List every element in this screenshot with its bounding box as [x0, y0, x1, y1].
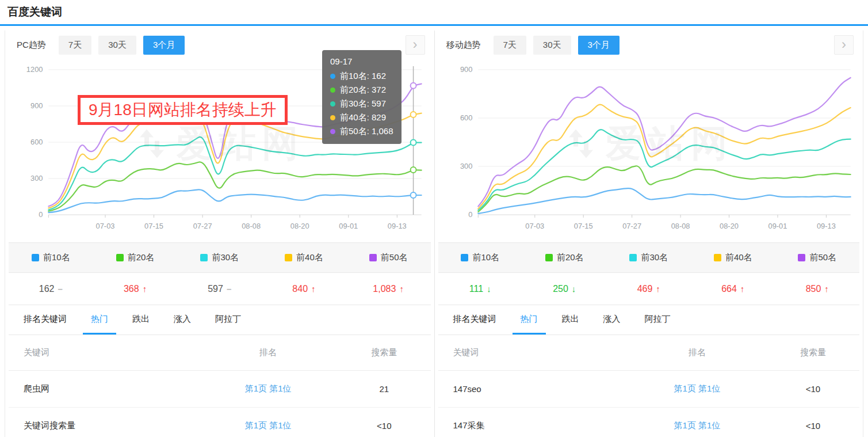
- legend-swatch-icon: [32, 254, 39, 261]
- legend-item-top50[interactable]: 前50名: [775, 252, 860, 263]
- tab-dropped[interactable]: 跌出: [124, 305, 158, 335]
- rank-link[interactable]: 第1页 第1位: [674, 420, 721, 430]
- mobile-next-button[interactable]: ›: [834, 35, 854, 55]
- x-tick-label: 08-20: [720, 222, 739, 230]
- pc-range-tab-30days[interactable]: 30天: [98, 36, 136, 55]
- legend-item-top10[interactable]: 前10名: [9, 252, 93, 263]
- legend-swatch-icon: [369, 254, 377, 261]
- y-tick-label: 300: [30, 174, 43, 183]
- y-tick-label: 0: [39, 210, 43, 219]
- tab-hot[interactable]: 热门: [83, 305, 116, 335]
- x-tick-label: 08-08: [242, 222, 261, 230]
- series-line: [478, 78, 850, 206]
- tab-ranking-keywords[interactable]: 排名关键词: [445, 305, 504, 335]
- tooltip-text: 前20名: 372: [340, 83, 386, 97]
- trend-arrow-icon: ↑: [399, 284, 404, 294]
- trend-arrow-icon: –: [227, 284, 231, 294]
- keyword-cell: 147seo: [438, 384, 628, 394]
- tab-risen[interactable]: 涨入: [595, 305, 629, 335]
- pc-trend-title: PC趋势: [17, 40, 46, 51]
- legend-item-top30[interactable]: 前30名: [607, 252, 691, 263]
- x-tick-label: 08-08: [671, 222, 690, 230]
- series-dot-icon: [330, 115, 335, 120]
- trend-arrow-icon: ↑: [740, 284, 745, 294]
- legend-item-top50[interactable]: 前50名: [346, 252, 431, 263]
- pc-next-button[interactable]: ›: [406, 35, 425, 55]
- legend-swatch-icon: [285, 254, 292, 261]
- legend-swatch-icon: [545, 254, 553, 261]
- legend-item-top40[interactable]: 前40名: [691, 252, 775, 263]
- hover-marker: [411, 112, 416, 117]
- x-tick-label: 08-20: [290, 222, 309, 230]
- volume-cell: <10: [338, 421, 430, 431]
- value-top20: 368↑: [93, 284, 178, 294]
- tab-hot[interactable]: 热门: [513, 305, 546, 335]
- legend-item-top40[interactable]: 前40名: [262, 252, 346, 263]
- chart-tooltip: 09-17 前10名: 162 前20名: 372 前30名: 597 前40名…: [322, 50, 402, 144]
- y-tick-label: 600: [460, 113, 472, 122]
- mobile-range-tab-7days[interactable]: 7天: [494, 36, 526, 55]
- tooltip-row: 前30名: 597: [330, 97, 393, 111]
- legend-label: 前30名: [641, 252, 668, 263]
- mobile-legend: 前10名 前20名 前30名 前40名 前50名: [438, 242, 860, 273]
- mobile-trend-panel: 移动趋势 7天 30天 3个月 › 030060090007-0307-1507…: [434, 31, 863, 437]
- value-number: 111: [469, 284, 483, 294]
- value-top50: 850↑: [775, 284, 860, 294]
- tab-aladdin[interactable]: 阿拉丁: [207, 305, 249, 335]
- trend-arrow-icon: –: [58, 284, 63, 294]
- tooltip-row: 前10名: 162: [330, 69, 393, 83]
- page-header: 百度关键词: [0, 0, 868, 26]
- hover-marker: [411, 192, 416, 198]
- x-tick-label: 07-27: [193, 222, 212, 230]
- value-number: 250: [553, 284, 568, 294]
- tab-aladdin[interactable]: 阿拉丁: [637, 305, 679, 335]
- legend-item-top10[interactable]: 前10名: [438, 252, 523, 263]
- x-tick-label: 07-03: [525, 222, 544, 230]
- volume-cell: <10: [767, 421, 859, 431]
- mobile-range-tab-30days[interactable]: 30天: [533, 36, 571, 55]
- table-row: 爬虫网 第1页 第1位 21: [9, 371, 431, 408]
- pc-range-tab-3months[interactable]: 3个月: [143, 36, 185, 55]
- series-dot-icon: [330, 74, 335, 79]
- keyword-cell: 爬虫网: [9, 383, 198, 394]
- legend-item-top20[interactable]: 前20名: [93, 252, 178, 263]
- rank-link[interactable]: 第1页 第1位: [245, 383, 292, 393]
- pc-range-tab-7days[interactable]: 7天: [59, 36, 91, 55]
- series-dot-icon: [330, 101, 335, 107]
- value-number: 162: [39, 284, 55, 294]
- series-dot-icon: [330, 88, 335, 93]
- tab-ranking-keywords[interactable]: 排名关键词: [16, 305, 75, 335]
- value-number: 368: [124, 284, 139, 294]
- legend-label: 前50名: [381, 252, 408, 263]
- legend-label: 前30名: [212, 252, 239, 263]
- value-top40: 664↑: [691, 284, 775, 294]
- trend-arrow-icon: ↑: [656, 284, 660, 294]
- hover-marker: [411, 83, 416, 89]
- dashboard: PC趋势 7天 30天 3个月 › 0300600900120007-0307-…: [5, 31, 863, 437]
- trend-arrow-icon: ↓: [487, 284, 491, 294]
- mobile-trend-chart[interactable]: 030060090007-0307-1507-2708-0808-2009-01…: [438, 59, 860, 242]
- tab-risen[interactable]: 涨入: [166, 305, 199, 335]
- value-top30: 469↑: [607, 284, 691, 294]
- rank-link[interactable]: 第1页 第1位: [674, 383, 721, 393]
- mobile-range-tab-3months[interactable]: 3个月: [578, 36, 620, 55]
- legend-swatch-icon: [461, 254, 468, 261]
- y-tick-label: 600: [30, 138, 43, 146]
- legend-item-top20[interactable]: 前20名: [522, 252, 607, 263]
- pc-trend-panel: PC趋势 7天 30天 3个月 › 0300600900120007-0307-…: [5, 31, 434, 437]
- legend-label: 前50名: [809, 252, 836, 263]
- legend-swatch-icon: [629, 254, 637, 261]
- series-line: [478, 166, 850, 212]
- legend-swatch-icon: [798, 254, 805, 261]
- legend-label: 前20名: [557, 252, 584, 263]
- x-tick-label: 07-03: [96, 222, 115, 230]
- legend-item-top30[interactable]: 前30名: [177, 252, 262, 263]
- chevron-right-icon: ›: [413, 37, 418, 51]
- value-top10: 162–: [9, 284, 93, 294]
- annotation-box: 9月18日网站排名持续上升: [78, 95, 288, 125]
- pc-chart-area: 0300600900120007-0307-1507-2708-0808-200…: [9, 59, 431, 242]
- tab-dropped[interactable]: 跌出: [554, 305, 587, 335]
- rank-link[interactable]: 第1页 第1位: [245, 420, 292, 430]
- legend-label: 前10名: [472, 252, 499, 263]
- series-line: [478, 188, 850, 214]
